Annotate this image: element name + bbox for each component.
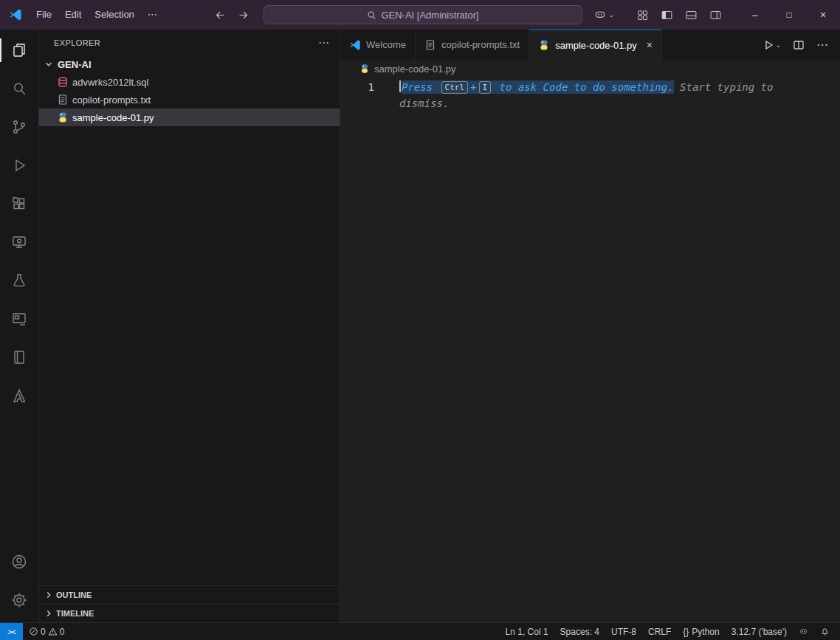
cursor-position[interactable]: Ln 1, Col 1 [500, 623, 554, 640]
activity-accounts[interactable] [0, 543, 38, 581]
kbd-i: I [479, 81, 492, 94]
section-timeline[interactable]: TIMELINE [39, 604, 340, 622]
activity-run-debug[interactable] [0, 146, 38, 185]
explorer-icon [10, 41, 28, 59]
tree-folder-gen-ai[interactable]: GEN-AI [39, 55, 340, 73]
hint-plus: + [470, 81, 476, 93]
tab-sample-code[interactable]: sample-code-01.py × [529, 30, 662, 60]
editor-actions: ⌄ ⋯ [762, 30, 840, 60]
hint-ask: to ask Code to do something. [500, 81, 674, 93]
line-number: 1 [340, 79, 374, 111]
python-icon [538, 39, 550, 51]
indentation[interactable]: Spaces: 4 [554, 623, 605, 640]
search-text: GEN-AI [Administrator] [381, 10, 478, 21]
run-debug-icon [10, 156, 28, 174]
back-arrow-icon[interactable] [214, 9, 227, 21]
folder-label: GEN-AI [58, 59, 92, 70]
text-file-icon [424, 39, 436, 51]
source-control-icon [10, 118, 28, 136]
toggle-sidebar-left-icon[interactable] [661, 9, 673, 21]
run-file-button[interactable]: ⌄ [762, 39, 781, 51]
eol-label: CRLF [648, 627, 671, 637]
hint-dismiss: dismiss. [399, 97, 449, 109]
menu-file[interactable]: File [30, 5, 58, 24]
encoding[interactable]: UTF-8 [605, 623, 642, 640]
activity-extensions[interactable] [0, 185, 38, 223]
encoding-label: UTF-8 [611, 627, 636, 637]
tree-file-sql[interactable]: advwrks2012lt.sql [39, 73, 340, 91]
menu-edit[interactable]: Edit [58, 5, 88, 24]
activity-source-control[interactable] [0, 108, 38, 146]
close-button[interactable]: × [806, 0, 840, 30]
hint-start: Start typing to [680, 81, 773, 93]
play-icon [762, 39, 774, 51]
hint-press: Press [402, 81, 433, 93]
explorer-more-icon[interactable]: ⋯ [318, 36, 329, 49]
minimize-button[interactable]: – [738, 0, 772, 30]
toggle-panel-icon[interactable] [685, 9, 698, 21]
tab-label: sample-code-01.py [555, 40, 637, 51]
explorer-title: EXPLORER [54, 38, 100, 47]
tree-file-txt[interactable]: copilot-prompts.txt [39, 91, 340, 109]
file-label: copilot-prompts.txt [72, 94, 151, 106]
layout-controls [636, 9, 722, 21]
gear-icon [10, 591, 28, 609]
chevron-down-icon: ⌄ [775, 41, 781, 49]
file-label: advwrks2012lt.sql [72, 77, 148, 88]
status-bar-right: Ln 1, Col 1 Spaces: 4 UTF-8 CRLF {} Pyth… [500, 623, 840, 640]
breadcrumb: sample-code-01.py [340, 60, 840, 78]
language-label: Python [692, 627, 719, 637]
chevron-right-icon [44, 608, 54, 619]
account-icon [10, 553, 28, 571]
azure-icon [10, 387, 28, 405]
activity-sql-tools[interactable] [0, 300, 38, 338]
tree-file-python[interactable]: sample-code-01.py [39, 109, 340, 126]
maximize-button[interactable]: □ [772, 0, 806, 30]
tab-label: Welcome [366, 39, 406, 50]
remote-indicator[interactable]: >< [0, 623, 23, 640]
chevron-right-icon [44, 590, 54, 600]
tab-welcome[interactable]: Welcome [340, 30, 416, 60]
activity-remote-explorer[interactable] [0, 223, 38, 261]
notebook-icon [10, 348, 28, 366]
main-area: EXPLORER ⋯ GEN-AI advwrks2012lt.sql [0, 30, 840, 622]
copilot-menu-button[interactable]: ⌄ [593, 8, 614, 21]
activity-bar-bottom [0, 543, 38, 622]
eol-sequence[interactable]: CRLF [642, 623, 677, 640]
command-center-search[interactable]: GEN-AI [Administrator] [264, 5, 582, 24]
database-icon [57, 76, 69, 88]
activity-testing[interactable] [0, 261, 38, 300]
section-outline[interactable]: OUTLINE [39, 585, 340, 604]
forward-arrow-icon[interactable] [237, 9, 249, 21]
language-mode[interactable]: {} Python [677, 623, 725, 640]
copilot-icon [799, 627, 808, 636]
split-editor-icon[interactable] [793, 39, 805, 51]
file-label: sample-code-01.py [72, 112, 154, 123]
problems-indicator[interactable]: 0 0 [23, 623, 70, 640]
brackets-icon: {} [683, 627, 689, 637]
editor-more-icon[interactable]: ⋯ [816, 38, 828, 52]
activity-settings[interactable] [0, 581, 38, 619]
close-tab-icon[interactable]: × [647, 39, 653, 51]
inline-chat-hint: Press Ctrl+I to ask Code to do something… [374, 79, 773, 111]
search-icon [367, 10, 376, 20]
notifications[interactable] [814, 623, 836, 640]
error-count: 0 [41, 627, 46, 637]
menu-selection[interactable]: Selection [88, 5, 140, 24]
activity-notebook[interactable] [0, 338, 38, 376]
activity-explorer[interactable] [0, 31, 38, 69]
toggle-sidebar-right-icon[interactable] [709, 9, 722, 21]
tab-copilot-prompts[interactable]: copilot-prompts.txt [416, 30, 529, 60]
titlebar: File Edit Selection ⋯ GEN-AI [Administra… [0, 0, 840, 30]
hint-highlighted: Press Ctrl+I to ask Code to do something… [402, 80, 674, 94]
text-cursor [399, 80, 401, 92]
chevron-down-icon: ⌄ [608, 11, 614, 18]
editor-code-area[interactable]: 1 Press Ctrl+I to ask Code to do somethi… [340, 78, 840, 622]
customize-layout-icon[interactable] [636, 9, 649, 21]
python-interpreter[interactable]: 3.12.7 ('base') [726, 623, 793, 640]
activity-search[interactable] [0, 69, 38, 108]
copilot-status[interactable] [793, 623, 814, 640]
breadcrumb-item[interactable]: sample-code-01.py [374, 63, 456, 75]
menu-more[interactable]: ⋯ [141, 5, 164, 24]
activity-azure[interactable] [0, 376, 38, 415]
